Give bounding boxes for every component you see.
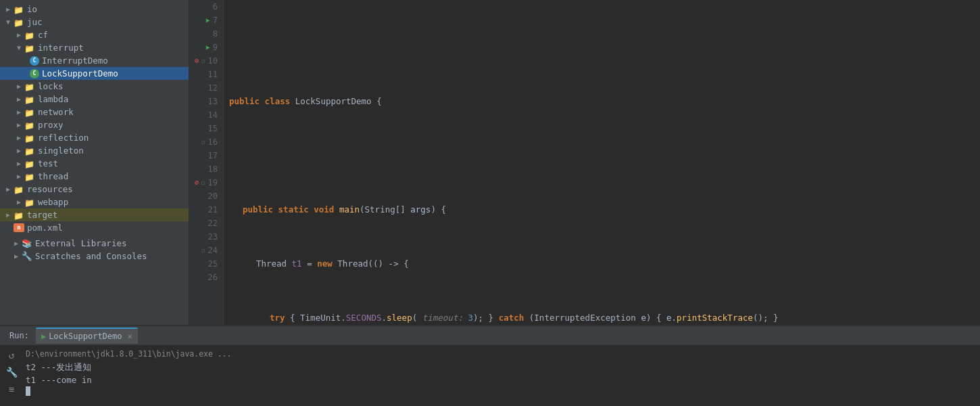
sidebar-item-label-scratches: Scratches and Consoles	[35, 251, 147, 261]
arrow-io: ▶	[3, 5, 14, 13]
line-number-12: 12	[195, 81, 218, 95]
run-tab-close[interactable]: ✕	[128, 332, 132, 341]
folder-icon-target	[14, 210, 24, 219]
sidebar-item-label-pom: pom.xml	[27, 223, 63, 233]
refresh-icon[interactable]: ↺	[5, 349, 18, 362]
sidebar-item-test[interactable]: ▶ test	[0, 157, 189, 170]
sidebar-item-lambda[interactable]: ▶ lambda	[0, 93, 189, 106]
sidebar-item-reflection[interactable]: ▶ reflection	[0, 131, 189, 144]
arrow-resources: ▶	[3, 185, 14, 193]
code-line-6	[229, 41, 975, 54]
sidebar-item-resources[interactable]: ▶ resources	[0, 183, 189, 196]
code-lines: public class LockSupportDemo { public st…	[224, 0, 980, 325]
folder-icon-thread	[24, 172, 35, 181]
scratches-icon: 🔧	[22, 251, 32, 261]
code-line-10: Thread t1 = new Thread(() -> {	[229, 257, 975, 271]
run-tab[interactable]: ▶ LockSupportDemo ✕	[36, 328, 138, 344]
line-number-15: 15	[195, 122, 218, 135]
line-number-10: ⊘◻10	[195, 54, 218, 68]
line-number-23: 23	[195, 230, 218, 244]
line-number-21: 21	[195, 203, 218, 217]
arrow-locks: ▶	[14, 83, 24, 90]
folder-icon-lambda	[24, 95, 35, 104]
arrow-test: ▶	[14, 160, 24, 167]
folder-icon-network	[24, 108, 35, 116]
sidebar-item-locks[interactable]: ▶ locks	[0, 80, 189, 93]
folder-icon-reflection	[24, 133, 35, 142]
line-number-18: 18	[195, 162, 218, 176]
java-icon-locksupportdemo: C	[30, 69, 39, 78]
sidebar-item-singleton[interactable]: ▶ singleton	[0, 144, 189, 157]
wrench-icon[interactable]: 🔧	[5, 366, 18, 379]
line-number-24: ◻24	[195, 244, 218, 257]
sidebar-item-thread[interactable]: ▶ thread	[0, 170, 189, 183]
sidebar-item-label-locks: locks	[38, 81, 64, 91]
folder-icon-locks	[24, 82, 35, 91]
sidebar-item-io[interactable]: ▶ io	[0, 3, 189, 16]
sidebar-item-label-reflection: reflection	[38, 133, 89, 143]
output-t2-text: t2 ---发出通知	[26, 361, 91, 374]
sidebar-item-proxy[interactable]: ▶ proxy	[0, 118, 189, 131]
sidebar-item-cf[interactable]: ▶ cf	[0, 28, 189, 41]
sidebar-item-label-interrupt: interrupt	[38, 43, 84, 53]
sidebar-item-label-ext-libs: External Libraries	[35, 238, 126, 248]
folder-icon-io	[14, 5, 24, 14]
sidebar-item-interrupt[interactable]: ▼ interrupt	[0, 41, 189, 54]
bottom-content: ↺ 🔧 ≡ D:\environment\jdk1.8.0_311\bin\ja…	[0, 345, 980, 406]
sidebar-item-external-libraries[interactable]: ▶ 📚 External Libraries	[0, 237, 189, 250]
run-label: Run:	[5, 331, 33, 340]
output-line-t1: t1 ---come in	[26, 374, 975, 386]
arrow-juc: ▼	[3, 18, 14, 26]
code-line-11: try { TimeUnit.SECONDS.sleep( timeout: 3…	[229, 311, 975, 325]
bottom-panel: Run: ▶ LockSupportDemo ✕ ↺ 🔧 ≡ D:\enviro…	[0, 325, 980, 406]
code-line-9: public static void main(String[] args) {	[229, 203, 975, 217]
sidebar-item-target[interactable]: ▶ target	[0, 208, 189, 221]
cursor-line	[26, 386, 975, 396]
line-number-8: 8	[195, 27, 218, 41]
folder-icon-proxy	[24, 120, 35, 129]
arrow-interrupt: ▼	[14, 44, 24, 51]
arrow-lambda: ▶	[14, 95, 24, 103]
arrow-network: ▶	[14, 108, 24, 116]
output-java-path: D:\environment\jdk1.8.0_311\bin\java.exe…	[26, 348, 975, 361]
sidebar-item-label-juc: juc	[27, 17, 43, 27]
arrow-proxy: ▶	[14, 121, 24, 129]
folder-icon-test	[24, 159, 35, 168]
sidebar-item-juc[interactable]: ▼ juc	[0, 16, 189, 28]
sidebar-item-network[interactable]: ▶ network	[0, 106, 189, 118]
sidebar-item-interrupt-demo[interactable]: C InterruptDemo	[0, 54, 189, 67]
sidebar-item-label-io: io	[27, 4, 37, 14]
bottom-sidebar: ↺ 🔧 ≡	[5, 348, 18, 403]
code-editor[interactable]: 6 ▶7 8 ▶9 ⊘◻10 11 12 13 14 15 ◻16 17 18 …	[189, 0, 980, 325]
sidebar-item-label-proxy: proxy	[38, 120, 64, 130]
line-number-16: ◻16	[195, 135, 218, 149]
sidebar-item-label-target: target	[27, 210, 57, 220]
line-numbers-gutter: 6 ▶7 8 ▶9 ⊘◻10 11 12 13 14 15 ◻16 17 18 …	[189, 0, 224, 325]
folder-icon-cf	[24, 30, 35, 39]
folder-icon-webapp	[24, 198, 35, 206]
line-number-14: 14	[195, 108, 218, 122]
arrow-ext-libs: ▶	[11, 240, 22, 247]
code-line-7: public class LockSupportDemo {	[229, 95, 975, 108]
line-number-17: 17	[195, 149, 218, 162]
line-number-6: 6	[195, 0, 218, 14]
file-tree-sidebar: ▶ io ▼ juc ▶ cf ▼ interrupt C	[0, 0, 189, 325]
line-number-20: 20	[195, 189, 218, 203]
sidebar-item-label-interruptdemo: InterruptDemo	[42, 55, 108, 66]
sidebar-item-scratches[interactable]: ▶ 🔧 Scratches and Consoles	[0, 250, 189, 263]
sidebar-item-label-lambda: lambda	[38, 94, 68, 104]
sidebar-item-locksupportdemo[interactable]: C LockSupportDemo	[0, 67, 189, 80]
sidebar-item-webapp[interactable]: ▶ webapp	[0, 196, 189, 208]
arrow-reflection: ▶	[14, 134, 24, 141]
java-icon-interruptdemo: C	[30, 56, 39, 66]
line-number-9: ▶9	[195, 41, 218, 54]
sidebar-item-pom[interactable]: m pom.xml	[0, 221, 189, 234]
java-path-text: D:\environment\jdk1.8.0_311\bin\java.exe…	[26, 348, 232, 361]
filter-icon[interactable]: ≡	[5, 383, 18, 396]
folder-icon-singleton	[24, 146, 35, 155]
arrow-scratches: ▶	[11, 252, 22, 260]
code-line-8	[229, 149, 975, 162]
line-number-26: 26	[195, 271, 218, 284]
arrow-cf: ▶	[14, 31, 24, 39]
sidebar-item-label-test: test	[38, 158, 58, 168]
